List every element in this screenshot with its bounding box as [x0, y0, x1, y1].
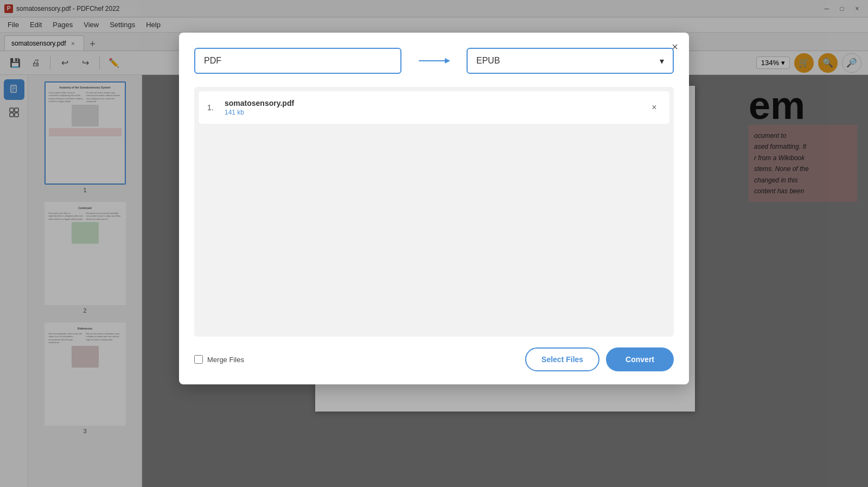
modal-overlay: × PDF EPUB ▾ 1. somatosensory.pdf: [0, 0, 868, 487]
arrow-icon: [418, 55, 450, 66]
file-size-0: 141 kb: [225, 109, 641, 116]
converter-header: PDF EPUB ▾: [194, 48, 674, 74]
dialog-close-button[interactable]: ×: [667, 39, 682, 54]
footer-buttons: Select Files Convert: [525, 347, 674, 371]
arrow-area: [412, 55, 456, 66]
target-format-box[interactable]: EPUB ▾: [467, 48, 674, 74]
file-info-0: somatosensory.pdf 141 kb: [225, 99, 641, 116]
source-format-label: PDF: [204, 56, 221, 66]
target-format-label: EPUB: [476, 56, 500, 66]
svg-marker-9: [445, 58, 450, 64]
select-files-button[interactable]: Select Files: [525, 347, 599, 371]
file-number-0: 1.: [207, 103, 218, 112]
file-item-0: 1. somatosensory.pdf 141 kb ×: [199, 91, 669, 124]
source-format-box: PDF: [194, 48, 401, 74]
merge-files-checkbox[interactable]: Merge Files: [194, 355, 244, 364]
dialog-footer: Merge Files Select Files Convert: [194, 347, 674, 371]
target-format-chevron-icon: ▾: [660, 56, 664, 66]
file-name-0: somatosensory.pdf: [225, 99, 641, 107]
merge-files-input[interactable]: [194, 355, 203, 364]
merge-files-label: Merge Files: [207, 356, 244, 364]
convert-dialog: × PDF EPUB ▾ 1. somatosensory.pdf: [179, 33, 689, 384]
convert-button[interactable]: Convert: [606, 347, 674, 371]
file-remove-button-0[interactable]: ×: [648, 101, 661, 114]
file-list-area: 1. somatosensory.pdf 141 kb ×: [194, 87, 674, 337]
